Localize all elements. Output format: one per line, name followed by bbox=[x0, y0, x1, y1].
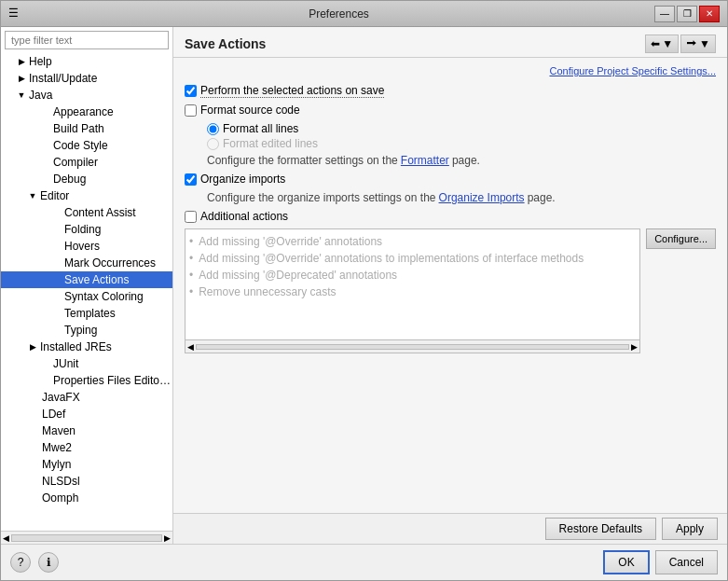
sidebar-item-typing[interactable]: Typing bbox=[1, 322, 172, 339]
arrow-icon bbox=[16, 459, 27, 470]
list-item-text: Add missing '@Deprecated' annotations bbox=[199, 269, 397, 282]
sidebar-item-folding[interactable]: Folding bbox=[1, 221, 172, 238]
forward-button[interactable]: ⮕ ▼ bbox=[680, 35, 716, 53]
panel-header: Save Actions ⬅ ▼ ⮕ ▼ bbox=[173, 27, 727, 58]
filter-input[interactable] bbox=[5, 31, 169, 49]
back-button[interactable]: ⬅ ▼ bbox=[645, 35, 679, 53]
organize-imports-checkbox[interactable] bbox=[185, 173, 197, 186]
perform-actions-checkbox[interactable] bbox=[185, 85, 197, 97]
arrow-icon bbox=[38, 325, 49, 336]
arrow-icon bbox=[38, 274, 49, 285]
list-scroll-right-icon[interactable]: ▶ bbox=[631, 342, 638, 352]
sidebar-item-mark-occurrences[interactable]: Mark Occurrences bbox=[1, 255, 172, 271]
restore-defaults-button[interactable]: Restore Defaults bbox=[545, 518, 656, 540]
list-item: Add missing '@Override' annotations to i… bbox=[189, 250, 636, 267]
format-source-checkbox[interactable] bbox=[185, 104, 197, 117]
sidebar-item-debug[interactable]: Debug bbox=[1, 171, 172, 187]
arrow-icon bbox=[16, 425, 27, 436]
info-button[interactable]: ℹ bbox=[38, 552, 59, 573]
additional-list-container: Add missing '@Override' annotations Add … bbox=[185, 228, 640, 353]
sidebar-item-installed-jres[interactable]: Installed JREs bbox=[1, 339, 172, 355]
arrow-icon bbox=[38, 207, 49, 218]
format-source-label: Format source code bbox=[200, 104, 300, 117]
apply-button[interactable]: Apply bbox=[662, 518, 718, 540]
sidebar-item-code-style[interactable]: Code Style bbox=[1, 137, 172, 154]
additional-actions-checkbox[interactable] bbox=[185, 211, 197, 223]
configure-project-link[interactable]: Configure Project Specific Settings... bbox=[185, 65, 716, 76]
minimize-button[interactable]: — bbox=[654, 6, 675, 22]
scroll-track[interactable] bbox=[11, 534, 162, 542]
header-actions: ⬅ ▼ ⮕ ▼ bbox=[645, 35, 716, 53]
arrow-icon bbox=[16, 476, 27, 487]
sidebar-item-junit[interactable]: JUnit bbox=[1, 355, 172, 372]
footer-left: ? ℹ bbox=[10, 552, 59, 573]
organize-info: Configure the organize imports settings … bbox=[207, 191, 716, 204]
perform-actions-row: Perform the selected actions on save bbox=[185, 84, 716, 98]
close-button[interactable]: ✕ bbox=[699, 6, 720, 22]
tree-area: Help Install/Update Java Appearance bbox=[1, 53, 172, 531]
sidebar-item-properties-files-editor[interactable]: Properties Files Edito… bbox=[1, 372, 172, 389]
sidebar-item-editor[interactable]: Editor bbox=[1, 187, 172, 204]
list-hscroll: ◀ ▶ bbox=[185, 340, 640, 353]
dropdown-icon: ▼ bbox=[699, 37, 710, 50]
arrow-icon bbox=[16, 442, 27, 453]
bullet-icon bbox=[189, 269, 195, 282]
sidebar-item-help[interactable]: Help bbox=[1, 53, 172, 70]
help-button[interactable]: ? bbox=[10, 552, 31, 573]
sidebar-item-nlsdsl[interactable]: NLSDsl bbox=[1, 473, 172, 490]
format-radio-group: Format all lines Format edited lines bbox=[207, 122, 716, 150]
sidebar-item-compiler[interactable]: Compiler bbox=[1, 154, 172, 171]
panel-title: Save Actions bbox=[185, 36, 266, 51]
sidebar-item-ldef[interactable]: LDef bbox=[1, 406, 172, 422]
sidebar-item-hovers[interactable]: Hovers bbox=[1, 238, 172, 255]
sidebar-item-templates[interactable]: Templates bbox=[1, 305, 172, 322]
help-icon: ? bbox=[18, 556, 24, 569]
format-edited-radio[interactable] bbox=[207, 138, 219, 150]
list-item: Add missing '@Deprecated' annotations bbox=[189, 267, 636, 284]
scroll-right-icon[interactable]: ▶ bbox=[164, 533, 171, 543]
sidebar-item-oomph[interactable]: Oomph bbox=[1, 490, 172, 506]
list-scroll-left-icon[interactable]: ◀ bbox=[187, 342, 194, 352]
sidebar-item-mylyn[interactable]: Mylyn bbox=[1, 456, 172, 473]
organize-imports-row: Organize imports bbox=[185, 173, 716, 186]
footer-right: OK Cancel bbox=[603, 550, 718, 574]
arrow-icon bbox=[38, 224, 49, 235]
sidebar-item-syntax-coloring[interactable]: Syntax Coloring bbox=[1, 288, 172, 305]
arrow-icon bbox=[27, 106, 38, 118]
list-scroll-track[interactable] bbox=[196, 344, 629, 350]
panel-body: Configure Project Specific Settings... P… bbox=[173, 58, 727, 513]
configure-button[interactable]: Configure... bbox=[646, 228, 716, 249]
format-edited-row: Format edited lines bbox=[207, 137, 716, 150]
sidebar-item-build-path[interactable]: Build Path bbox=[1, 120, 172, 137]
maximize-button[interactable]: ❒ bbox=[677, 6, 697, 22]
cancel-button[interactable]: Cancel bbox=[655, 550, 718, 574]
list-item-text: Add missing '@Override' annotations bbox=[199, 235, 382, 248]
arrow-icon bbox=[27, 157, 38, 168]
organize-imports-label: Organize imports bbox=[200, 173, 285, 186]
dropdown-icon: ▼ bbox=[662, 37, 673, 50]
sidebar-item-save-actions[interactable]: Save Actions bbox=[1, 271, 172, 288]
sidebar-item-java[interactable]: Java bbox=[1, 87, 172, 104]
sidebar-item-mwe2[interactable]: Mwe2 bbox=[1, 439, 172, 456]
additional-section: Additional actions Add missing '@Overrid… bbox=[185, 210, 716, 353]
info-icon: ℹ bbox=[47, 556, 51, 569]
arrow-icon bbox=[27, 123, 38, 134]
sidebar-item-maven[interactable]: Maven bbox=[1, 422, 172, 439]
format-all-radio[interactable] bbox=[207, 123, 219, 135]
arrow-icon bbox=[16, 56, 27, 67]
sidebar-item-content-assist[interactable]: Content Assist bbox=[1, 204, 172, 221]
arrow-icon bbox=[38, 241, 49, 252]
arrow-icon bbox=[16, 492, 27, 504]
restore-apply-bar: Restore Defaults Apply bbox=[173, 513, 727, 544]
sidebar-item-appearance[interactable]: Appearance bbox=[1, 104, 172, 120]
organize-link[interactable]: Organize Imports bbox=[439, 191, 525, 204]
sidebar-item-javafx[interactable]: JavaFX bbox=[1, 389, 172, 406]
arrow-icon bbox=[16, 408, 27, 420]
sidebar: Help Install/Update Java Appearance bbox=[1, 27, 173, 544]
ok-button[interactable]: OK bbox=[603, 550, 649, 574]
sidebar-item-install-update[interactable]: Install/Update bbox=[1, 70, 172, 87]
scroll-left-icon[interactable]: ◀ bbox=[3, 533, 9, 543]
additional-panel-row: Add missing '@Override' annotations Add … bbox=[185, 228, 716, 353]
formatter-link[interactable]: Formatter bbox=[401, 154, 449, 167]
arrow-icon bbox=[27, 140, 38, 151]
